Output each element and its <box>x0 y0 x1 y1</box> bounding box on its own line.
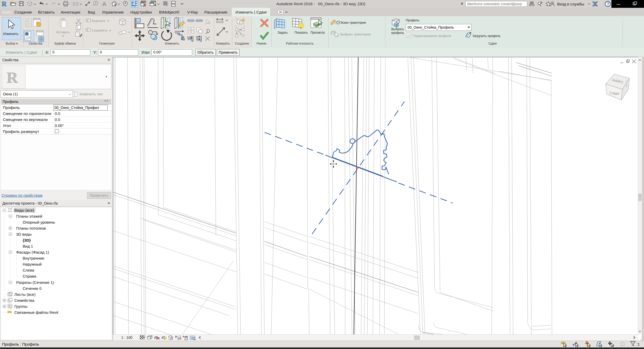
svg-text:Виды (все): Виды (все) <box>14 208 34 212</box>
svg-text:Фасады (Фасад 1): Фасады (Фасад 1) <box>16 250 49 254</box>
svg-text:Разрезы (Сечение 1): Разрезы (Сечение 1) <box>16 280 54 285</box>
svg-text:R: R <box>7 69 19 86</box>
svg-text:A: A <box>102 1 106 7</box>
svg-text:Связанные файлы Revit: Связанные файлы Revit <box>14 310 59 315</box>
svg-text:Сечение 0: Сечение 0 <box>23 286 41 291</box>
svg-text:Планы этажей: Планы этажей <box>16 214 42 218</box>
svg-text:Опорный уровень: Опорный уровень <box>23 220 55 224</box>
svg-text:1: 1 <box>95 2 96 5</box>
svg-text:Семейства: Семейства <box>14 298 34 303</box>
svg-text:Сзади: Сзади <box>609 91 619 96</box>
svg-text:1 : 100: 1 : 100 <box>121 335 132 340</box>
svg-text:Группы: Группы <box>14 304 27 309</box>
svg-text:Слева: Слева <box>23 268 34 272</box>
svg-text:Вид 1: Вид 1 <box>23 244 33 248</box>
svg-text:?: ? <box>607 2 609 6</box>
svg-text:Справа: Справа <box>23 274 36 278</box>
svg-text:{3D}: {3D} <box>23 238 31 242</box>
svg-text:Листы (все): Листы (все) <box>14 292 35 297</box>
svg-text::1: :1 <box>636 342 640 346</box>
svg-text:Планы потолков: Планы потолков <box>16 226 46 230</box>
svg-text:Наружный: Наружный <box>23 262 42 266</box>
svg-text:R: R <box>2 0 7 8</box>
svg-text:3D виды: 3D виды <box>16 232 32 236</box>
svg-text:Внутренние: Внутренние <box>23 256 44 260</box>
